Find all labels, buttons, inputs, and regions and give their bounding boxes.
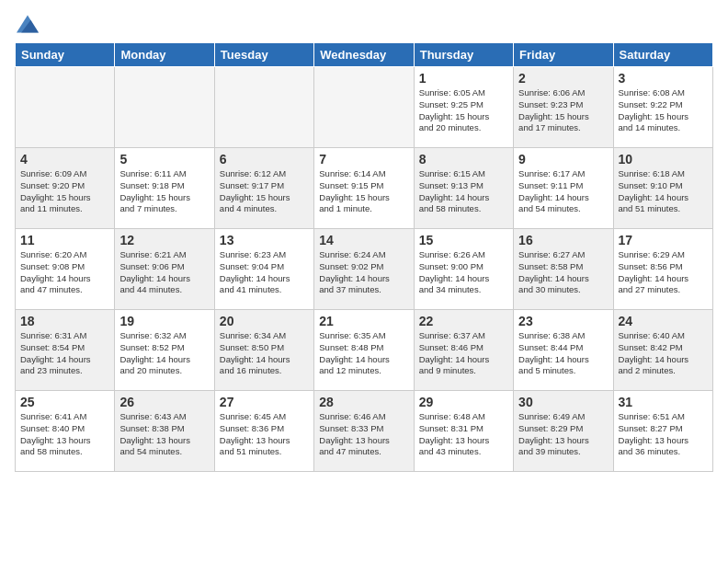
weekday-header: Monday (115, 43, 214, 67)
day-number: 15 (419, 233, 508, 247)
calendar-day-cell: 26Sunrise: 6:43 AM Sunset: 8:38 PM Dayli… (115, 391, 214, 472)
calendar-day-cell: 9Sunrise: 6:17 AM Sunset: 9:11 PM Daylig… (514, 148, 613, 229)
calendar-day-cell: 22Sunrise: 6:37 AM Sunset: 8:46 PM Dayli… (414, 310, 513, 391)
calendar-day-cell (16, 67, 115, 148)
calendar-day-cell: 23Sunrise: 6:38 AM Sunset: 8:44 PM Dayli… (514, 310, 613, 391)
calendar-day-cell: 5Sunrise: 6:11 AM Sunset: 9:18 PM Daylig… (115, 148, 214, 229)
calendar-day-cell: 20Sunrise: 6:34 AM Sunset: 8:50 PM Dayli… (214, 310, 313, 391)
day-info: Sunrise: 6:38 AM Sunset: 8:44 PM Dayligh… (518, 330, 608, 377)
calendar-day-cell: 6Sunrise: 6:12 AM Sunset: 9:17 PM Daylig… (214, 148, 313, 229)
calendar-week-row: 11Sunrise: 6:20 AM Sunset: 9:08 PM Dayli… (16, 229, 713, 310)
day-info: Sunrise: 6:41 AM Sunset: 8:40 PM Dayligh… (20, 411, 109, 458)
calendar-day-cell: 17Sunrise: 6:29 AM Sunset: 8:56 PM Dayli… (613, 229, 712, 310)
day-number: 29 (419, 395, 508, 409)
day-number: 17 (619, 233, 708, 247)
calendar-week-row: 25Sunrise: 6:41 AM Sunset: 8:40 PM Dayli… (16, 391, 713, 472)
day-info: Sunrise: 6:51 AM Sunset: 8:27 PM Dayligh… (619, 411, 708, 458)
calendar-day-cell: 25Sunrise: 6:41 AM Sunset: 8:40 PM Dayli… (16, 391, 115, 472)
calendar-day-cell: 10Sunrise: 6:18 AM Sunset: 9:10 PM Dayli… (613, 148, 712, 229)
day-number: 27 (220, 395, 309, 409)
calendar-day-cell: 8Sunrise: 6:15 AM Sunset: 9:13 PM Daylig… (414, 148, 513, 229)
day-info: Sunrise: 6:32 AM Sunset: 8:52 PM Dayligh… (119, 330, 209, 377)
day-info: Sunrise: 6:14 AM Sunset: 9:15 PM Dayligh… (319, 168, 408, 215)
calendar-week-row: 1Sunrise: 6:05 AM Sunset: 9:25 PM Daylig… (16, 67, 713, 148)
day-info: Sunrise: 6:17 AM Sunset: 9:11 PM Dayligh… (518, 168, 608, 215)
weekday-header-row: SundayMondayTuesdayWednesdayThursdayFrid… (16, 43, 713, 67)
calendar-week-row: 18Sunrise: 6:31 AM Sunset: 8:54 PM Dayli… (16, 310, 713, 391)
calendar-day-cell: 30Sunrise: 6:49 AM Sunset: 8:29 PM Dayli… (514, 391, 613, 472)
calendar-table: SundayMondayTuesdayWednesdayThursdayFrid… (15, 42, 713, 472)
calendar-day-cell: 2Sunrise: 6:06 AM Sunset: 9:23 PM Daylig… (514, 67, 613, 148)
day-info: Sunrise: 6:15 AM Sunset: 9:13 PM Dayligh… (419, 168, 508, 215)
calendar-day-cell: 1Sunrise: 6:05 AM Sunset: 9:25 PM Daylig… (414, 67, 513, 148)
day-number: 21 (319, 314, 408, 328)
day-info: Sunrise: 6:05 AM Sunset: 9:25 PM Dayligh… (419, 87, 508, 134)
calendar-day-cell: 29Sunrise: 6:48 AM Sunset: 8:31 PM Dayli… (414, 391, 513, 472)
day-info: Sunrise: 6:23 AM Sunset: 9:04 PM Dayligh… (220, 249, 309, 296)
calendar-day-cell: 28Sunrise: 6:46 AM Sunset: 8:33 PM Dayli… (314, 391, 414, 472)
day-number: 28 (319, 395, 408, 409)
calendar-day-cell: 12Sunrise: 6:21 AM Sunset: 9:06 PM Dayli… (115, 229, 214, 310)
day-info: Sunrise: 6:06 AM Sunset: 9:23 PM Dayligh… (518, 87, 608, 134)
weekday-header: Friday (514, 43, 613, 67)
calendar-day-cell: 13Sunrise: 6:23 AM Sunset: 9:04 PM Dayli… (214, 229, 313, 310)
day-number: 5 (119, 152, 209, 167)
day-info: Sunrise: 6:40 AM Sunset: 8:42 PM Dayligh… (619, 330, 708, 377)
calendar-day-cell: 18Sunrise: 6:31 AM Sunset: 8:54 PM Dayli… (16, 310, 115, 391)
day-info: Sunrise: 6:37 AM Sunset: 8:46 PM Dayligh… (419, 330, 508, 377)
calendar-day-cell: 15Sunrise: 6:26 AM Sunset: 9:00 PM Dayli… (414, 229, 513, 310)
logo-icon (17, 15, 39, 33)
day-number: 16 (518, 233, 608, 247)
calendar-day-cell (314, 67, 414, 148)
day-number: 10 (619, 152, 708, 167)
weekday-header: Thursday (414, 43, 513, 67)
day-number: 8 (419, 152, 508, 167)
day-info: Sunrise: 6:26 AM Sunset: 9:00 PM Dayligh… (419, 249, 508, 296)
day-info: Sunrise: 6:09 AM Sunset: 9:20 PM Dayligh… (20, 168, 109, 215)
calendar-day-cell: 27Sunrise: 6:45 AM Sunset: 8:36 PM Dayli… (214, 391, 313, 472)
calendar-day-cell: 31Sunrise: 6:51 AM Sunset: 8:27 PM Dayli… (613, 391, 712, 472)
page-header (15, 15, 713, 33)
day-info: Sunrise: 6:11 AM Sunset: 9:18 PM Dayligh… (119, 168, 209, 215)
day-number: 31 (619, 395, 708, 409)
day-number: 6 (220, 152, 309, 167)
day-info: Sunrise: 6:34 AM Sunset: 8:50 PM Dayligh… (220, 330, 309, 377)
day-number: 7 (319, 152, 408, 167)
day-number: 4 (20, 152, 109, 167)
calendar-day-cell: 21Sunrise: 6:35 AM Sunset: 8:48 PM Dayli… (314, 310, 414, 391)
weekday-header: Sunday (16, 43, 115, 67)
day-info: Sunrise: 6:45 AM Sunset: 8:36 PM Dayligh… (220, 411, 309, 458)
day-info: Sunrise: 6:43 AM Sunset: 8:38 PM Dayligh… (119, 411, 209, 458)
day-info: Sunrise: 6:08 AM Sunset: 9:22 PM Dayligh… (619, 87, 708, 134)
calendar-day-cell: 7Sunrise: 6:14 AM Sunset: 9:15 PM Daylig… (314, 148, 414, 229)
logo (15, 15, 39, 33)
day-info: Sunrise: 6:35 AM Sunset: 8:48 PM Dayligh… (319, 330, 408, 377)
calendar-day-cell: 19Sunrise: 6:32 AM Sunset: 8:52 PM Dayli… (115, 310, 214, 391)
weekday-header: Saturday (613, 43, 712, 67)
day-info: Sunrise: 6:48 AM Sunset: 8:31 PM Dayligh… (419, 411, 508, 458)
day-number: 11 (20, 233, 109, 247)
day-number: 12 (119, 233, 209, 247)
day-info: Sunrise: 6:27 AM Sunset: 8:58 PM Dayligh… (518, 249, 608, 296)
day-number: 23 (518, 314, 608, 328)
calendar-day-cell (115, 67, 214, 148)
day-number: 19 (119, 314, 209, 328)
day-number: 25 (20, 395, 109, 409)
day-info: Sunrise: 6:29 AM Sunset: 8:56 PM Dayligh… (619, 249, 708, 296)
day-info: Sunrise: 6:46 AM Sunset: 8:33 PM Dayligh… (319, 411, 408, 458)
day-info: Sunrise: 6:18 AM Sunset: 9:10 PM Dayligh… (619, 168, 708, 215)
day-number: 14 (319, 233, 408, 247)
calendar-day-cell: 11Sunrise: 6:20 AM Sunset: 9:08 PM Dayli… (16, 229, 115, 310)
day-number: 13 (220, 233, 309, 247)
day-info: Sunrise: 6:31 AM Sunset: 8:54 PM Dayligh… (20, 330, 109, 377)
day-info: Sunrise: 6:49 AM Sunset: 8:29 PM Dayligh… (518, 411, 608, 458)
day-number: 18 (20, 314, 109, 328)
calendar-day-cell: 4Sunrise: 6:09 AM Sunset: 9:20 PM Daylig… (16, 148, 115, 229)
calendar-day-cell: 24Sunrise: 6:40 AM Sunset: 8:42 PM Dayli… (613, 310, 712, 391)
calendar-week-row: 4Sunrise: 6:09 AM Sunset: 9:20 PM Daylig… (16, 148, 713, 229)
day-number: 30 (518, 395, 608, 409)
calendar-day-cell (214, 67, 313, 148)
day-number: 26 (119, 395, 209, 409)
weekday-header: Wednesday (314, 43, 414, 67)
day-number: 9 (518, 152, 608, 167)
